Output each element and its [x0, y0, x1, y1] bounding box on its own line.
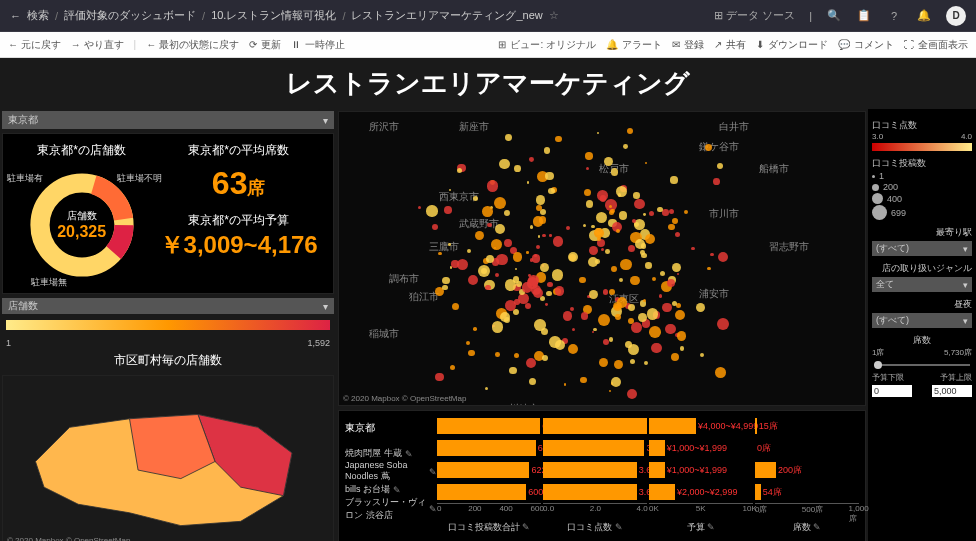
page-title: レストランエリアマーケティング — [0, 66, 976, 101]
chevron-down-icon: ▾ — [323, 301, 328, 312]
prefecture-select[interactable]: 東京都▾ — [2, 111, 334, 129]
map-attribution: © 2020 Mapbox © OpenStreetMap — [7, 536, 130, 541]
avg-seats-value: 63席 — [152, 165, 325, 202]
edit-icon: ✎ — [615, 522, 623, 532]
histogram-metric-select[interactable]: 店舗数▾ — [2, 298, 334, 314]
edit-icon: ✎ — [522, 522, 530, 532]
municipality-map[interactable]: © 2020 Mapbox © OpenStreetMap — [2, 375, 334, 541]
subscribe-button[interactable]: ✉ 登録 — [672, 38, 704, 52]
share-button[interactable]: ↗ 共有 — [714, 38, 746, 52]
redo-button[interactable]: → やり直す — [71, 38, 124, 52]
table-row[interactable]: ブラッスリー・ヴィロン 渋谷店✎ — [345, 496, 437, 522]
edit-icon: ✎ — [393, 485, 401, 495]
filter-panel: 口コミ点数 3.04.0 口コミ投稿数 1200400699 最寄り駅 (すべて… — [868, 109, 976, 541]
histogram[interactable] — [6, 320, 330, 334]
edit-icon: ✎ — [429, 467, 437, 477]
crumb-l1[interactable]: 評価対象のダッシュボード — [64, 8, 196, 23]
table-row[interactable]: 焼肉問屋 牛蔵✎ — [345, 447, 437, 460]
kpi-panel: 東京都*の店舗数 店舗数20,325 駐車場有 駐車場不明 駐車場無 東京都*の… — [2, 133, 334, 294]
budget-min-input[interactable]: 0 — [872, 385, 912, 397]
download-button[interactable]: ⬇ ダウンロード — [756, 38, 828, 52]
station-select[interactable]: (すべて)▾ — [872, 241, 972, 256]
search-icon[interactable]: ← — [10, 10, 21, 22]
posts-size-legend: 1200400699 — [872, 171, 972, 220]
daynight-select[interactable]: (すべて)▾ — [872, 313, 972, 328]
avg-budget-label: 東京都*の平均予算 — [152, 212, 325, 229]
datasource-link[interactable]: ⊞ データ ソース — [714, 8, 795, 23]
alert-button[interactable]: 🔔 アラート — [606, 38, 662, 52]
favorite-icon[interactable]: ☆ — [549, 9, 559, 22]
table-row[interactable]: bills お台場✎ — [345, 483, 437, 496]
avg-budget-value: ￥3,009~4,176 — [152, 229, 325, 261]
pause-button[interactable]: ⏸ 一時停止 — [291, 38, 345, 52]
municipality-title: 市区町村毎の店舗数 — [0, 348, 336, 373]
breadcrumb: ← 検索/ 評価対象のダッシュボード/ 10.レストラン情報可視化/ レストラン… — [10, 8, 714, 23]
seats-slider[interactable] — [874, 364, 970, 366]
search-icon[interactable]: 🔍 — [826, 8, 842, 24]
edit-icon: ✎ — [405, 449, 413, 459]
restaurant-heatmap[interactable]: © 2020 Mapbox © OpenStreetMap 所沢市新座市白井市鎌… — [338, 111, 866, 406]
avg-seats-label: 東京都*の平均席数 — [152, 142, 325, 159]
clipboard-icon[interactable]: 📋 — [856, 8, 872, 24]
edit-icon: ✎ — [429, 504, 437, 514]
avatar[interactable]: D — [946, 6, 966, 26]
notification-icon[interactable]: 🔔 — [916, 8, 932, 24]
crumb-current: レストランエリアマーケティング_new — [351, 8, 542, 23]
reset-button[interactable]: ← 最初の状態に戻す — [146, 38, 239, 52]
restaurant-bars-panel: 東京都 焼肉問屋 牛蔵✎Japanese Soba Noodles 蔦✎bill… — [338, 410, 866, 541]
genre-select[interactable]: 全て▾ — [872, 277, 972, 292]
edit-icon: ✎ — [813, 522, 821, 532]
crumb-l2[interactable]: 10.レストラン情報可視化 — [211, 8, 336, 23]
crumb-root[interactable]: 検索 — [27, 8, 49, 23]
score-legend — [872, 143, 972, 151]
table-row[interactable]: Japanese Soba Noodles 蔦✎ — [345, 460, 437, 483]
map-attribution: © 2020 Mapbox © OpenStreetMap — [343, 394, 466, 403]
refresh-button[interactable]: ⟳ 更新 — [249, 38, 281, 52]
budget-max-input[interactable]: 5,000 — [932, 385, 972, 397]
store-count-label: 東京都*の店舗数 — [11, 142, 152, 159]
view-button[interactable]: ⊞ ビュー: オリジナル — [498, 38, 596, 52]
undo-button[interactable]: ← 元に戻す — [8, 38, 61, 52]
chevron-down-icon: ▾ — [323, 115, 328, 126]
help-icon[interactable]: ? — [886, 8, 902, 24]
fullscreen-button[interactable]: ⛶ 全画面表示 — [904, 38, 968, 52]
edit-icon: ✎ — [707, 522, 715, 532]
comment-button[interactable]: 💬 コメント — [838, 38, 894, 52]
